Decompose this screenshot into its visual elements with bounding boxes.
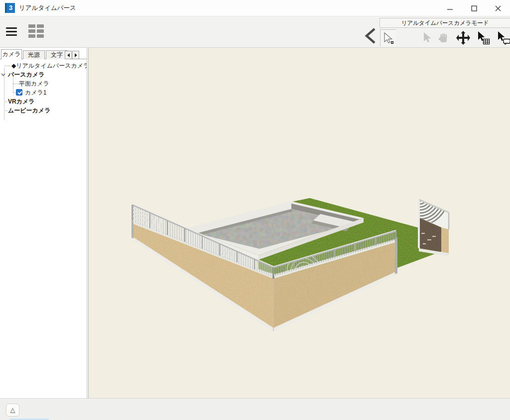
camera-panel: カメラ 光源 文字 ◆リアルタイムパース bbox=[0, 48, 87, 398]
expand-panel-button[interactable]: △ bbox=[6, 404, 19, 417]
select-tool-button[interactable] bbox=[380, 29, 396, 46]
minimize-button[interactable] bbox=[438, 0, 462, 16]
maximize-button[interactable] bbox=[462, 0, 486, 16]
maximize-icon bbox=[471, 5, 477, 11]
tree-item-vr-camera[interactable]: VRカメラ bbox=[8, 97, 35, 106]
titlebar: 3 リアルタイムパース bbox=[0, 0, 510, 16]
tab-scroll-right-button[interactable] bbox=[72, 51, 79, 59]
toolbar: リアルタイムパースカメラモード bbox=[0, 16, 510, 48]
tab-scroll-left-button[interactable] bbox=[65, 51, 72, 59]
camera1-checkbox[interactable] bbox=[16, 89, 22, 96]
window-title: リアルタイムパース bbox=[19, 0, 76, 16]
tab-light[interactable]: 光源 bbox=[23, 50, 45, 59]
back-button[interactable] bbox=[364, 27, 378, 44]
triangle-left-icon bbox=[67, 53, 70, 57]
select-secondary-tool-button[interactable] bbox=[418, 29, 434, 46]
statusbar: △ bbox=[0, 398, 510, 420]
tab-camera-label: カメラ bbox=[2, 51, 21, 58]
expander-icon[interactable] bbox=[1, 73, 5, 77]
select-comment-tool-button[interactable] bbox=[496, 29, 510, 46]
tree-item-label: 平面カメラ bbox=[19, 80, 49, 87]
cursor-grid-icon bbox=[477, 31, 490, 45]
select-grid-tool-button[interactable] bbox=[476, 29, 492, 46]
tree-item-label: カメラ1 bbox=[25, 89, 47, 96]
panel-tabbar: カメラ 光源 文字 bbox=[0, 49, 87, 59]
minimize-icon bbox=[447, 5, 453, 11]
3d-scene bbox=[89, 48, 510, 398]
select-cursor-icon bbox=[382, 32, 395, 45]
tree-item-plane-camera[interactable]: 平面カメラ bbox=[19, 79, 49, 88]
move-tool-button[interactable] bbox=[455, 29, 471, 46]
move-arrows-icon bbox=[456, 31, 470, 45]
tree-stub bbox=[4, 110, 7, 111]
tab-camera[interactable]: カメラ bbox=[1, 49, 22, 60]
app-icon: 3 bbox=[5, 3, 15, 13]
tree-stub bbox=[4, 66, 10, 66]
close-icon bbox=[495, 5, 501, 11]
arrow-disabled-icon bbox=[421, 32, 431, 44]
tree-item-label: VRカメラ bbox=[8, 98, 35, 105]
tab-light-label: 光源 bbox=[28, 51, 40, 58]
tree-item-movie-camera[interactable]: ムービーカメラ bbox=[8, 106, 50, 115]
tree-item-pers-camera[interactable]: パースカメラ bbox=[8, 70, 44, 79]
layout-grid-icon[interactable] bbox=[28, 24, 44, 38]
pan-hand-tool-button[interactable] bbox=[436, 29, 452, 46]
triangle-up-icon: △ bbox=[10, 406, 15, 414]
close-button[interactable] bbox=[486, 0, 510, 16]
menu-icon[interactable] bbox=[6, 27, 17, 36]
triangle-right-icon bbox=[75, 53, 77, 57]
tree-item-label: ◆リアルタイムパースカメラ bbox=[11, 62, 89, 69]
tree-item-realtime-pers-camera[interactable]: ◆リアルタイムパースカメラ bbox=[11, 61, 89, 70]
tree-stub bbox=[13, 84, 18, 84]
main-area: カメラ 光源 文字 ◆リアルタイムパース bbox=[0, 48, 510, 398]
window-controls bbox=[438, 0, 510, 16]
hand-icon bbox=[438, 32, 450, 44]
camera-mode-label: リアルタイムパースカメラモード bbox=[380, 18, 510, 28]
tree-stub bbox=[4, 102, 7, 102]
cursor-bubble-icon bbox=[497, 31, 510, 45]
tree-item-camera1[interactable]: カメラ1 bbox=[0, 88, 87, 97]
tool-row bbox=[380, 28, 510, 47]
chevron-left-icon bbox=[364, 27, 378, 44]
tab-text-label: 文字 bbox=[51, 51, 63, 58]
tree-item-label: ムービーカメラ bbox=[8, 107, 50, 114]
tree-item-label: パースカメラ bbox=[8, 71, 44, 78]
3d-viewport[interactable] bbox=[89, 48, 510, 398]
